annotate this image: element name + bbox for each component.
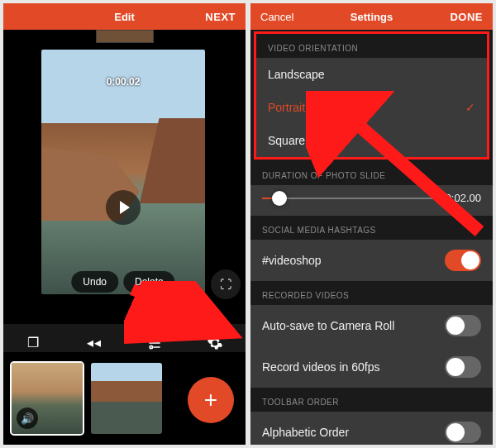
gear-icon — [207, 335, 223, 351]
checkmark-icon: ✓ — [465, 101, 475, 114]
row-label: Auto-save to Camera Roll — [262, 319, 394, 332]
edit-body: 0:00.02 Undo Delete ❐ COPY ◂◂ REVERSE — [3, 30, 246, 445]
orientation-square[interactable]: Square — [256, 124, 487, 157]
settings-body: VIDEO ORIENTATION Landscape Portrait ✓ S… — [250, 30, 493, 445]
section-header-duration: DURATION OF PHOTO SLIDE — [250, 161, 493, 185]
duration-slider[interactable] — [262, 198, 437, 199]
preview-image — [140, 118, 205, 204]
toggle-knob — [461, 251, 479, 269]
section-header-recorded: RECORDED VIDEOS — [250, 281, 493, 305]
section-header-toolbar-order: TOOLBAR ORDER — [250, 388, 493, 412]
audio-icon[interactable]: 🔊 — [17, 407, 38, 429]
row-label: Landscape — [268, 68, 325, 81]
row-label: Portrait — [268, 101, 305, 114]
slider-thumb[interactable] — [272, 191, 287, 206]
section-header-orientation: VIDEO ORIENTATION — [256, 34, 487, 58]
preview-actions: Undo Delete — [71, 271, 174, 293]
edit-screen: Edit NEXT 0:00.02 Undo Delete ❐ — [3, 3, 246, 445]
plus-icon: + — [204, 387, 217, 413]
settings-header: Cancel Settings DONE — [250, 3, 493, 30]
edit-header: Edit NEXT — [3, 3, 246, 30]
row-label: Alphabetic Order — [262, 426, 349, 439]
duration-value: 0:02.00 — [446, 192, 481, 204]
copy-icon: ❐ — [26, 335, 42, 351]
svg-point-0 — [157, 337, 160, 340]
cancel-button[interactable]: Cancel — [260, 11, 293, 23]
timeline-strip[interactable] — [96, 30, 154, 43]
sixtyfps-toggle[interactable] — [445, 356, 481, 378]
hashtag-toggle[interactable] — [445, 250, 481, 271]
orientation-portrait[interactable]: Portrait ✓ — [256, 91, 487, 124]
sixtyfps-row[interactable]: Record videos in 60fps — [250, 346, 493, 388]
play-button[interactable] — [106, 190, 141, 225]
display-icon — [146, 335, 163, 351]
delete-button[interactable]: Delete — [123, 271, 175, 293]
settings-screen: Cancel Settings DONE VIDEO ORIENTATION L… — [250, 3, 493, 445]
row-label: Record videos in 60fps — [262, 360, 379, 374]
hashtag-row[interactable]: #videoshop — [250, 240, 493, 281]
add-clip-button[interactable]: + — [188, 377, 234, 423]
autosave-row[interactable]: Auto-save to Camera Roll — [250, 305, 493, 346]
row-label: Square — [268, 134, 305, 147]
orientation-group: Landscape Portrait ✓ Square — [256, 58, 487, 157]
toggle-knob — [446, 423, 465, 441]
highlight-box: VIDEO ORIENTATION Landscape Portrait ✓ S… — [254, 31, 489, 160]
autosave-toggle[interactable] — [445, 315, 481, 336]
section-header-hashtags: SOCIAL MEDIA HASHTAGS — [250, 216, 493, 240]
clip-thumbnail[interactable]: 🔊 — [12, 363, 83, 434]
reverse-icon: ◂◂ — [86, 335, 103, 351]
done-button[interactable]: DONE — [450, 11, 483, 23]
duration-slider-row: 0:02.00 — [250, 185, 493, 216]
fullscreen-icon — [220, 277, 231, 292]
preview-timestamp: 0:00.02 — [107, 76, 141, 88]
toggle-knob — [446, 317, 465, 335]
svg-point-1 — [150, 346, 152, 348]
video-preview[interactable]: 0:00.02 Undo Delete — [41, 50, 205, 294]
row-label: #videoshop — [262, 254, 322, 267]
play-icon — [120, 201, 130, 214]
fullscreen-button[interactable] — [211, 269, 241, 299]
alphabetic-toggle[interactable] — [445, 422, 481, 443]
next-button[interactable]: NEXT — [205, 11, 236, 23]
orientation-landscape[interactable]: Landscape — [256, 58, 487, 91]
clip-thumbnail[interactable] — [91, 363, 162, 434]
toggle-knob — [446, 358, 465, 376]
clip-tray: 🔊 + — [3, 352, 246, 445]
undo-button[interactable]: Undo — [71, 271, 118, 293]
alphabetic-row[interactable]: Alphabetic Order — [250, 412, 493, 445]
